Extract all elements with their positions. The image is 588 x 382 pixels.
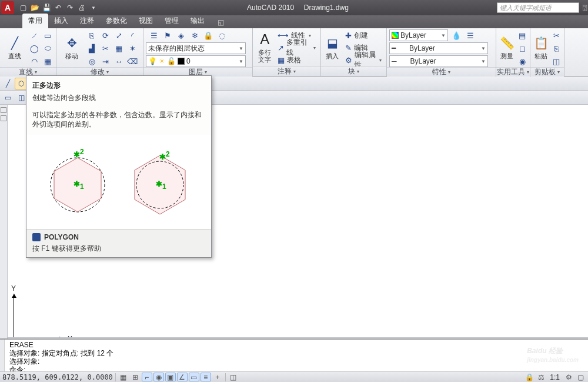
mirror-icon[interactable]: ▟ — [86, 42, 98, 54]
mtext-button[interactable]: A 多行 文字 — [255, 29, 274, 65]
dock-item[interactable] — [1, 107, 6, 113]
status-otrack-icon[interactable]: ∠ — [177, 373, 188, 381]
erase-icon[interactable]: ⌫ — [126, 55, 138, 67]
qat-undo-icon[interactable]: ↶ — [53, 2, 64, 13]
move-button[interactable]: ✥ 移动 — [59, 29, 85, 65]
status-grid-icon[interactable]: ⊞ — [130, 373, 141, 381]
panel-draw: ╱ 直线 ⟋ ◯ ◠ ▭ ⬭ ▦ 直线▾ — [0, 28, 56, 76]
status-model-icon[interactable]: ◫ — [228, 373, 239, 381]
calc-icon[interactable]: ▤ — [516, 29, 528, 41]
sub-rect2-icon[interactable]: ▭ — [1, 92, 14, 104]
tab-insert[interactable]: 插入 — [48, 14, 74, 28]
block-attr-button[interactable]: ⚙编辑属性▾ — [343, 54, 384, 66]
status-snap-icon[interactable]: ▦ — [118, 373, 129, 381]
block-create-button[interactable]: ✚创建 — [343, 29, 384, 41]
search-input[interactable]: 键入关键字或短语 — [497, 2, 579, 13]
match-props-icon[interactable]: 💧 — [450, 29, 462, 41]
tab-view[interactable]: 视图 — [133, 14, 159, 28]
status-ortho-icon[interactable]: ⌐ — [142, 373, 152, 381]
linetype-combo[interactable]: ─ByLayer▼ — [389, 55, 488, 67]
layer-props-icon[interactable]: ☰ — [148, 29, 160, 41]
tab-output[interactable]: 输出 — [185, 14, 211, 28]
layer-state-combo[interactable]: 未保存的图层状态▼ — [146, 42, 246, 54]
panel-annot-label[interactable]: 注释▾ — [253, 67, 320, 76]
extra-icon[interactable]: ◱ — [218, 18, 224, 26]
array-icon[interactable]: ▦ — [113, 42, 125, 54]
circumscribed-polygon: ✱1 ✱2 — [128, 147, 192, 217]
qat-new-icon[interactable]: ▢ — [18, 2, 28, 13]
app-logo[interactable]: A — [1, 1, 14, 14]
measure-button[interactable]: 📏 测量 — [499, 29, 515, 65]
status-polar-icon[interactable]: ◉ — [153, 373, 164, 381]
tab-manage[interactable]: 管理 — [159, 14, 185, 28]
list-icon[interactable]: ☰ — [465, 29, 476, 41]
paste-button[interactable]: 📋 粘贴 — [533, 29, 549, 65]
sub-line-icon[interactable]: ╱ — [1, 78, 14, 89]
color-swatch — [178, 58, 185, 65]
qat-redo-icon[interactable]: ↷ — [65, 2, 75, 13]
layer-state-icon[interactable]: ⚑ — [162, 29, 173, 41]
table-button[interactable]: ▦表格 — [275, 54, 318, 66]
help-icon[interactable]: ⍰ — [583, 4, 587, 12]
qat-save-icon[interactable]: 💾 — [41, 2, 52, 13]
explode-icon[interactable]: ✶ — [126, 42, 138, 54]
panel-block-label[interactable]: 块▾ — [321, 67, 386, 76]
status-scale-text[interactable]: 1:1 — [550, 373, 560, 381]
rotate-icon[interactable]: ⟳ — [99, 29, 111, 41]
tab-parametric[interactable]: 参数化 — [100, 14, 133, 28]
qat-open-icon[interactable]: 📂 — [29, 2, 40, 13]
layer-state-text: 未保存的图层状态 — [148, 44, 205, 54]
extend-icon[interactable]: ⇥ — [99, 55, 111, 67]
qselect-icon[interactable]: ◉ — [516, 55, 528, 67]
status-clean-icon[interactable]: ▢ — [575, 373, 586, 381]
fillet-icon[interactable]: ◜ — [126, 29, 138, 41]
cut-icon[interactable]: ✂ — [550, 29, 562, 41]
cmd-history-line: 选择对象: — [9, 357, 584, 366]
layer-off-icon[interactable]: ◌ — [216, 29, 228, 41]
layer-lock-icon[interactable]: 🔒 — [202, 29, 214, 41]
panel-util-label[interactable]: 实用工具▾ — [496, 67, 530, 77]
layer-current-combo[interactable]: 💡 ☀ 🔓 0 ▼ — [146, 55, 246, 67]
line-button[interactable]: ╱ 直线 — [2, 29, 27, 65]
status-ann-icon[interactable]: 🔒 — [524, 373, 534, 381]
lineweight-combo[interactable]: ━ByLayer▼ — [389, 42, 488, 54]
leader-icon: ↗ — [278, 44, 284, 52]
circle-icon[interactable]: ◯ — [28, 42, 40, 54]
status-lwt-icon[interactable]: ≡ — [201, 373, 211, 381]
pline-icon[interactable]: ⟋ — [28, 29, 40, 41]
qat-plot-icon[interactable]: 🖨 — [76, 2, 87, 13]
status-osnap-icon[interactable]: ▣ — [165, 373, 176, 381]
offset-icon[interactable]: ◎ — [86, 55, 98, 67]
panel-clip-label[interactable]: 剪贴板▾ — [530, 67, 564, 77]
copy-icon[interactable]: ⎘ — [86, 29, 98, 41]
mleader-button[interactable]: ↗多重引线▾ — [275, 42, 318, 54]
command-window[interactable]: ERASE 选择对象: 指定对角点: 找到 12 个 选择对象: 命令: — [0, 338, 588, 371]
tab-home[interactable]: 常用 — [22, 14, 48, 28]
tab-annotate[interactable]: 注释 — [74, 14, 100, 28]
arc-icon[interactable]: ◠ — [28, 55, 40, 67]
status-ws-icon[interactable]: ⚙ — [563, 373, 574, 381]
panel-props-label[interactable]: 特性▾ — [387, 67, 496, 77]
status-qp-icon[interactable]: + — [212, 373, 223, 381]
scale-icon[interactable]: ⤢ — [113, 29, 125, 41]
rect-icon[interactable]: ▭ — [42, 29, 54, 41]
cmd-handle[interactable] — [0, 340, 5, 371]
status-dyn-icon[interactable]: ▭ — [189, 373, 199, 381]
dock-item[interactable] — [1, 115, 6, 121]
layer-freeze-icon[interactable]: ❄ — [189, 29, 201, 41]
select-icon[interactable]: ◻ — [516, 42, 528, 54]
color-combo[interactable]: ByLayer▼ — [389, 29, 448, 41]
copy-clip-icon[interactable]: ⎘ — [550, 42, 562, 54]
cmd-history-line: 选择对象: 指定对角点: 找到 12 个 — [9, 349, 584, 357]
match-icon[interactable]: ◫ — [550, 55, 562, 67]
layer-iso-icon[interactable]: ◈ — [175, 29, 187, 41]
ribbon-tab-strip: 常用 插入 注释 参数化 视图 管理 输出 ◱ — [0, 15, 588, 28]
ellipse-icon[interactable]: ⬭ — [42, 42, 54, 54]
hatch-icon[interactable]: ▦ — [42, 55, 54, 67]
insert-button[interactable]: ⬓ 插入 — [323, 29, 342, 65]
status-scale-icon[interactable]: ⚖ — [536, 373, 546, 381]
stretch-icon[interactable]: ↔ — [113, 55, 125, 67]
cmd-icon — [32, 233, 41, 241]
qat-dropdown-icon[interactable]: ▼ — [88, 2, 99, 13]
trim-icon[interactable]: ✂ — [99, 42, 111, 54]
